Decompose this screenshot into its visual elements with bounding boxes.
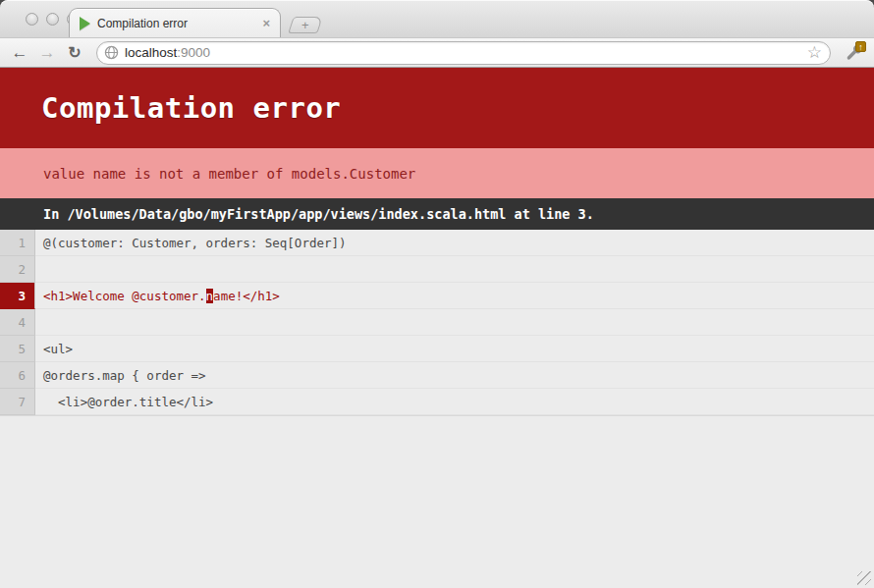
code-text: @(customer: Customer, orders: Seq[Order]… bbox=[35, 230, 874, 256]
line-number: 3 bbox=[0, 283, 35, 309]
code-listing: 1@(customer: Customer, orders: Seq[Order… bbox=[0, 230, 874, 416]
code-line: 2 bbox=[0, 256, 874, 283]
error-header: Compilation error bbox=[0, 68, 874, 148]
code-text bbox=[35, 256, 874, 283]
line-number: 5 bbox=[0, 336, 35, 362]
plus-icon: + bbox=[301, 19, 309, 31]
code-line: 3<h1>Welcome @customer.name!</h1> bbox=[0, 283, 874, 309]
browser-window: Compilation error × + ← → ↻ localhost:90… bbox=[0, 0, 874, 588]
back-button[interactable]: ← bbox=[8, 44, 31, 61]
code-line: 6@orders.map { order => bbox=[0, 362, 874, 389]
code-text bbox=[35, 309, 874, 336]
line-number: 6 bbox=[0, 362, 35, 389]
error-detail: value name is not a member of models.Cus… bbox=[0, 148, 874, 198]
play-favicon-icon bbox=[80, 17, 90, 30]
line-number: 1 bbox=[0, 230, 35, 256]
line-number: 4 bbox=[0, 309, 35, 336]
error-position-marker: n bbox=[206, 289, 214, 303]
url-text[interactable]: localhost:9000 bbox=[125, 45, 210, 60]
code-line: 5<ul> bbox=[0, 336, 874, 362]
resize-grip-icon[interactable] bbox=[857, 571, 871, 585]
error-page: Compilation error value name is not a me… bbox=[0, 68, 874, 588]
line-number: 2 bbox=[0, 256, 35, 283]
wrench-menu-button[interactable]: ↑ bbox=[841, 41, 866, 65]
url-host: localhost bbox=[125, 45, 177, 60]
code-text: @orders.map { order => bbox=[35, 362, 874, 389]
url-port: :9000 bbox=[177, 45, 210, 60]
update-badge-icon: ↑ bbox=[855, 41, 866, 52]
globe-icon bbox=[104, 45, 119, 60]
code-line: 1@(customer: Customer, orders: Seq[Order… bbox=[0, 230, 874, 256]
error-location: In /Volumes/Data/gbo/myFirstApp/app/view… bbox=[0, 198, 874, 230]
tab-close-icon[interactable]: × bbox=[260, 15, 272, 31]
reload-button[interactable]: ↻ bbox=[63, 45, 86, 61]
code-line: 7 <li>@order.title</li> bbox=[0, 389, 874, 415]
window-titlebar: Compilation error × + bbox=[0, 0, 874, 37]
new-tab-button[interactable]: + bbox=[288, 17, 323, 33]
line-number: 7 bbox=[0, 389, 35, 415]
page-title: Compilation error bbox=[41, 91, 341, 125]
code-text: <h1>Welcome @customer.name!</h1> bbox=[35, 283, 874, 309]
code-text: <li>@order.title</li> bbox=[35, 389, 874, 415]
code-text: <ul> bbox=[35, 336, 874, 362]
forward-button[interactable]: → bbox=[35, 44, 59, 61]
window-close-button[interactable] bbox=[26, 13, 38, 26]
bookmark-star-icon[interactable]: ☆ bbox=[805, 44, 824, 61]
window-minimize-button[interactable] bbox=[46, 13, 59, 26]
tab-title: Compilation error bbox=[97, 17, 260, 30]
browser-tab[interactable]: Compilation error × bbox=[69, 8, 281, 37]
address-bar[interactable]: localhost:9000 ☆ bbox=[96, 41, 831, 65]
browser-toolbar: ← → ↻ localhost:9000 ☆ ↑ bbox=[0, 37, 874, 68]
code-line: 4 bbox=[0, 309, 874, 336]
